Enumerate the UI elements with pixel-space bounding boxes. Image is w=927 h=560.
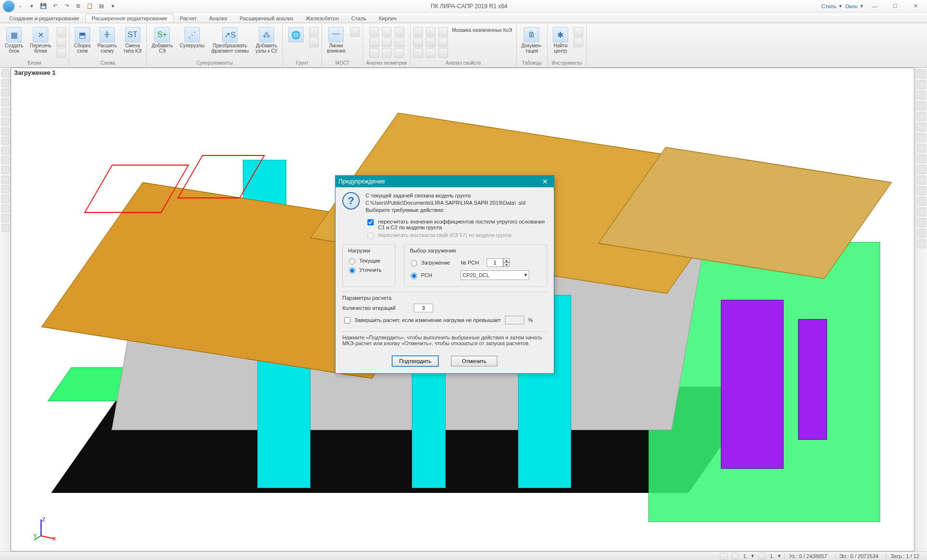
radio-rsn[interactable]: РСН: [408, 271, 457, 279]
spin-up-icon[interactable]: ▲: [503, 258, 510, 263]
qat-save-icon[interactable]: 💾: [40, 2, 47, 10]
status-icon[interactable]: [720, 553, 728, 560]
mini-btn[interactable]: [394, 27, 404, 37]
window-link[interactable]: Окно: [845, 3, 857, 9]
left-tool[interactable]: [1, 185, 9, 193]
left-tool[interactable]: [1, 156, 9, 164]
mini-btn[interactable]: [574, 38, 583, 47]
qat-paste-icon[interactable]: 📋: [86, 2, 94, 10]
mini-btn[interactable]: [369, 27, 379, 37]
mini-btn[interactable]: [382, 27, 392, 37]
right-tool[interactable]: [917, 70, 926, 78]
mini-btn[interactable]: [426, 38, 435, 47]
add-se-button[interactable]: S+Добавить СЭ: [150, 26, 175, 55]
mini-btn[interactable]: [350, 27, 360, 37]
tab-concrete[interactable]: Железобетон: [299, 14, 345, 23]
mini-btn[interactable]: [413, 27, 423, 37]
soil-button[interactable]: 🌐: [286, 26, 306, 43]
status-icon[interactable]: [758, 553, 766, 560]
rsn-no-input[interactable]: [487, 258, 503, 267]
mini-btn[interactable]: [309, 27, 319, 37]
find-center-button[interactable]: ✱Найти центр: [550, 26, 571, 55]
mini-btn[interactable]: [56, 27, 66, 37]
tab-analysis[interactable]: Анализ: [203, 14, 233, 23]
mini-btn[interactable]: [426, 27, 435, 37]
supernodes-button[interactable]: ⋰Суперузлы: [178, 26, 206, 50]
radio-loading[interactable]: Загружение: [408, 259, 457, 266]
mini-btn[interactable]: [426, 48, 435, 58]
mini-btn[interactable]: [413, 38, 423, 47]
loads-refine-radio[interactable]: Уточнить: [347, 266, 391, 274]
tab-adv-analysis[interactable]: Расширенный анализ: [233, 14, 299, 23]
left-tool[interactable]: [1, 89, 9, 97]
right-tool[interactable]: [917, 176, 926, 184]
loads-current-radio[interactable]: Текущие: [347, 257, 391, 265]
status-icon[interactable]: [731, 553, 739, 560]
add-nodes-su-button[interactable]: ⁂Добавить узлы к СУ: [253, 26, 280, 55]
minimize-button[interactable]: —: [866, 2, 884, 11]
left-tool[interactable]: [1, 118, 9, 126]
recalc-c1c2-checkbox[interactable]: пересчитать значения коэффициентов посте…: [365, 219, 547, 230]
right-tool[interactable]: [917, 208, 926, 216]
influence-lines-button[interactable]: 〰Линии влияния: [325, 26, 347, 55]
qat-dropdown-icon[interactable]: ▾: [28, 2, 36, 10]
tab-create-edit[interactable]: Создание и редактирование: [3, 14, 85, 23]
left-tool[interactable]: [1, 98, 9, 106]
spin-down-icon[interactable]: ▼: [503, 263, 510, 267]
maximize-button[interactable]: ☐: [886, 2, 904, 11]
close-button[interactable]: ✕: [907, 2, 924, 11]
mini-btn[interactable]: [369, 38, 379, 47]
left-tool[interactable]: [1, 195, 9, 203]
mini-btn[interactable]: [56, 38, 66, 47]
right-tool[interactable]: [917, 144, 926, 153]
chk1-input[interactable]: [367, 219, 374, 225]
rsn-no-spinner[interactable]: ▲▼: [487, 258, 510, 267]
status-scale-1[interactable]: 1.: [743, 553, 747, 559]
left-tool[interactable]: [1, 214, 9, 222]
mini-btn[interactable]: [382, 38, 392, 47]
right-tool[interactable]: [917, 123, 926, 131]
left-tool[interactable]: [1, 70, 9, 77]
qat-chart-icon[interactable]: ▾: [109, 2, 117, 10]
qat-redo-icon[interactable]: ↷: [63, 2, 70, 10]
assemble-schemes-button[interactable]: ⬒Сборка схем: [72, 26, 93, 55]
mini-btn[interactable]: [382, 48, 392, 58]
right-tool[interactable]: [917, 229, 926, 238]
dialog-titlebar[interactable]: Предупреждение ✕: [336, 176, 554, 187]
mini-btn[interactable]: [413, 48, 423, 58]
tab-calc[interactable]: Расчет: [173, 14, 203, 23]
left-tool[interactable]: [1, 137, 9, 145]
cancel-button[interactable]: Отменить: [451, 356, 497, 366]
status-scale-2[interactable]: 1.: [770, 553, 774, 559]
right-tool[interactable]: [917, 112, 926, 121]
left-tool[interactable]: [1, 147, 9, 154]
left-tool[interactable]: [1, 176, 9, 183]
left-tool[interactable]: [1, 205, 9, 212]
documentation-button[interactable]: 🗎Докумен- тация: [520, 26, 544, 55]
right-tool[interactable]: [917, 91, 926, 99]
qat-misc-icon[interactable]: ▤: [98, 2, 105, 10]
confirm-button[interactable]: Подтвердить: [392, 356, 438, 366]
change-fe-type-button[interactable]: STСмена типа КЭ: [122, 26, 143, 55]
right-tool[interactable]: [917, 133, 926, 142]
right-tool[interactable]: [917, 197, 926, 206]
create-block-button[interactable]: ▦Создать блок: [3, 26, 25, 55]
mosaic-label[interactable]: Мозаика назначенных КоЭ: [451, 26, 513, 34]
right-tool[interactable]: [917, 218, 926, 227]
mini-btn[interactable]: [438, 38, 448, 47]
mini-btn[interactable]: [438, 27, 448, 37]
rsn-select[interactable]: CP20_DCL▾: [461, 270, 529, 280]
unsew-scheme-button[interactable]: ⸎Расшить схему: [96, 26, 119, 55]
qat-new-icon[interactable]: ▫: [16, 2, 24, 10]
right-tool[interactable]: [917, 186, 926, 195]
right-tool[interactable]: [917, 239, 926, 248]
right-tool[interactable]: [917, 154, 926, 163]
left-tool[interactable]: [1, 79, 9, 87]
mini-btn[interactable]: [574, 27, 583, 37]
mini-btn[interactable]: [438, 48, 448, 58]
tab-steel[interactable]: Сталь: [345, 14, 373, 23]
mini-btn[interactable]: [309, 38, 319, 47]
tab-adv-edit[interactable]: Расширенное редактирование: [85, 14, 173, 23]
transform-fragment-button[interactable]: ↗SПреобразовать фрагмент схемы: [209, 26, 251, 55]
tab-brick[interactable]: Кирпич: [373, 14, 403, 23]
